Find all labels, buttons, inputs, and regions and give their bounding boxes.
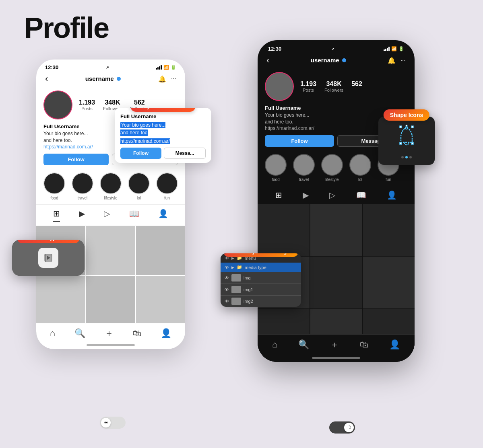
shop-nav-light[interactable]: 🛍 xyxy=(132,328,141,339)
stat-posts-dark: 1.193 Posts xyxy=(300,80,316,92)
row-label-1: img xyxy=(244,275,251,280)
popup-bio-selected-text: Your bio goes here...and here too xyxy=(120,122,165,136)
row-label-0: media type xyxy=(245,265,266,270)
moon-icon: ☽ xyxy=(347,425,351,430)
popup-smart-tag: Smart Objects for Images xyxy=(223,253,298,257)
wifi-icon-light: 📶 xyxy=(163,65,169,70)
nav-bar-light: ‹ username 🔔 ··· xyxy=(36,72,185,87)
highlight-lol-light[interactable]: lol xyxy=(128,173,150,200)
highlight-lifestyle-light[interactable]: lifestyle xyxy=(100,173,122,200)
tag-tab-light[interactable]: 👤 xyxy=(158,209,168,222)
eye-icon-0: 👁 xyxy=(225,265,229,270)
grid-cell-dark-3[interactable] xyxy=(363,204,415,256)
stat-followers-number-dark: 348K xyxy=(324,80,343,88)
nav-username-light: username xyxy=(85,75,114,82)
stat-posts-label-light: Posts xyxy=(79,106,95,111)
back-button-dark[interactable]: ‹ xyxy=(266,55,269,66)
follow-button-dark[interactable]: Follow xyxy=(265,135,334,147)
play-tab-light[interactable]: ▷ xyxy=(104,209,110,222)
book-tab-light[interactable]: 📖 xyxy=(129,209,139,222)
home-nav-dark[interactable]: ⌂ xyxy=(272,339,277,350)
avatar-dark xyxy=(265,72,294,101)
highlight-travel-light[interactable]: travel xyxy=(72,173,93,200)
media-icon-area xyxy=(12,240,85,276)
book-tab-dark[interactable]: 📖 xyxy=(356,190,366,200)
grid-cell-6[interactable] xyxy=(136,276,185,325)
highlight-lifestyle-dark[interactable]: lifestyle xyxy=(321,154,343,182)
grid-cell-4[interactable] xyxy=(36,276,85,325)
more-icon-light[interactable]: ··· xyxy=(171,75,176,82)
highlight-food-dark[interactable]: food xyxy=(265,154,287,182)
profile-nav-dark[interactable]: 👤 xyxy=(389,339,400,350)
more-icon-dark[interactable]: ··· xyxy=(400,57,406,64)
grid-tab-dark[interactable]: ⊞ xyxy=(275,190,282,200)
stat-followers-dark: 348K Followers xyxy=(324,80,343,92)
grid-cell-dark-1[interactable] xyxy=(258,204,310,256)
create-nav-dark[interactable]: ＋ xyxy=(330,339,339,351)
popup-follow-button[interactable]: Follow xyxy=(120,148,161,159)
username-area-dark: username xyxy=(311,57,346,64)
back-button-light[interactable]: ‹ xyxy=(45,74,48,84)
smart-row-img[interactable]: 👁 img xyxy=(221,272,301,284)
folder-icon-0: 📁 xyxy=(237,265,242,270)
page-title: Profile xyxy=(24,11,109,44)
grid-cell-dark-6[interactable] xyxy=(363,257,415,308)
highlight-label-lifestyle-dark: lifestyle xyxy=(325,177,339,182)
grid-cell-5[interactable] xyxy=(86,276,135,325)
signal-icon-light xyxy=(156,65,162,70)
bell-icon-dark[interactable]: 🔔 xyxy=(388,57,396,64)
profile-nav-light[interactable]: 👤 xyxy=(161,328,171,339)
toggle-light[interactable]: ☀ xyxy=(100,417,126,429)
popup-editable-content: Full Username Your bio goes here...and h… xyxy=(115,108,211,163)
phone-dark: 12:30 ↗ 📶 🔋 ‹ username 🔔 ··· xyxy=(258,40,415,362)
popup-message-button[interactable]: Messa... xyxy=(164,148,206,159)
popup-link-area: https://marinad.com.ar/ xyxy=(120,137,206,144)
stat-posts-number-dark: 1.193 xyxy=(300,80,316,88)
tag-tab-dark[interactable]: 👤 xyxy=(387,190,397,200)
svg-rect-2 xyxy=(411,126,413,128)
username-area-light: username xyxy=(85,75,121,82)
highlight-label-lol-light: lol xyxy=(137,196,141,200)
highlight-food-light[interactable]: food xyxy=(43,173,65,200)
grid-cell-3[interactable] xyxy=(136,226,185,275)
create-nav-light[interactable]: ＋ xyxy=(105,327,114,339)
stat-following-dark: 562 xyxy=(351,80,362,92)
shop-nav-dark[interactable]: 🛍 xyxy=(359,339,368,350)
time-light: 12:30 xyxy=(45,64,58,70)
highlight-circle-travel-light xyxy=(72,173,93,194)
dot-1 xyxy=(401,156,404,158)
grid-tab-light[interactable]: ⊞ xyxy=(53,209,60,222)
bell-icon-light[interactable]: 🔔 xyxy=(158,75,166,83)
reel-tab-dark[interactable]: ▶ xyxy=(303,190,309,200)
popup-full-username: Full Username xyxy=(120,113,206,119)
eye-icon-2: 👁 xyxy=(225,287,229,292)
highlight-travel-dark[interactable]: travel xyxy=(293,154,315,182)
stat-posts-number-light: 1.193 xyxy=(79,99,95,106)
toggle-dark[interactable]: ☽ xyxy=(329,421,355,434)
popup-shape-tag: Shape Icons xyxy=(384,109,429,121)
grid-cell-dark-2[interactable] xyxy=(310,204,362,256)
battery-icon-dark: 🔋 xyxy=(398,46,404,51)
status-bar-dark: 12:30 ↗ 📶 🔋 xyxy=(258,40,415,53)
search-nav-dark[interactable]: 🔍 xyxy=(298,339,309,350)
search-nav-light[interactable]: 🔍 xyxy=(74,328,85,339)
reel-tab-light[interactable]: ▶ xyxy=(79,209,85,222)
home-nav-light[interactable]: ⌂ xyxy=(50,328,55,339)
play-tab-dark[interactable]: ▷ xyxy=(329,190,335,200)
stats-row-dark: 1.193 Posts 348K Followers 562 xyxy=(300,80,362,92)
smart-row-img1[interactable]: 👁 img1 xyxy=(221,284,301,296)
follow-button-light[interactable]: Follow xyxy=(43,154,109,165)
popup-media-tag: All Media Type Icons xyxy=(17,240,80,243)
smart-row-img2[interactable]: 👁 img2 xyxy=(221,296,301,307)
popup-bio-selected: Your bio goes here...and here too xyxy=(120,121,206,136)
highlight-fun-light[interactable]: fun xyxy=(156,173,178,200)
popup-media-icons: All Media Type Icons xyxy=(12,240,85,276)
highlight-label-travel-light: travel xyxy=(78,196,87,200)
nav-username-dark: username xyxy=(311,57,339,64)
smart-row-media-type[interactable]: 👁 ▶ 📁 media type xyxy=(221,263,301,272)
grid-cell-dark-5[interactable] xyxy=(310,257,362,308)
highlight-lol-dark[interactable]: lol xyxy=(349,154,371,182)
bell-outline-icon xyxy=(395,125,418,153)
home-indicator-dark xyxy=(312,357,360,359)
grid-cell-2[interactable] xyxy=(86,226,135,275)
